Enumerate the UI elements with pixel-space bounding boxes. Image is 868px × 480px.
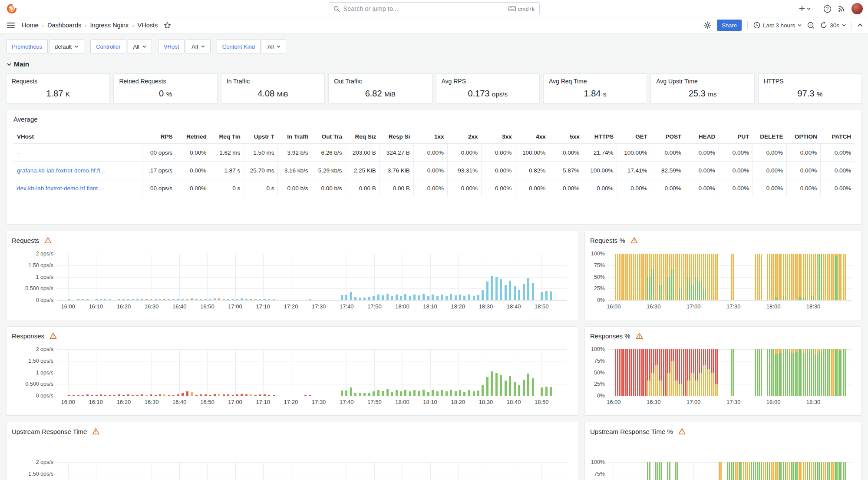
table-cell: 0.00% [447,144,481,162]
news-rss-icon[interactable] [838,5,845,13]
column-header-4xx[interactable]: 4xx [515,130,549,144]
column-header-upstr-t[interactable]: Upstr T [244,130,278,144]
warning-icon[interactable] [630,237,638,244]
zoom-out-icon[interactable] [807,22,815,29]
time-range-picker[interactable]: Last 3 hours [753,22,802,29]
data-bar [455,295,457,300]
search-input[interactable]: Search or jump to... cmd+k [329,2,540,15]
data-bar-segment [635,254,638,300]
breadcrumb-home[interactable]: Home [22,22,39,29]
column-header-patch[interactable]: PATCH [821,130,855,144]
column-header-5xx[interactable]: 5xx [549,130,583,144]
column-header-put[interactable]: PUT [719,130,752,144]
variable-vhost: VHostAll [158,40,211,53]
kiosk-mode-icon[interactable] [858,23,863,27]
data-bar [418,295,420,300]
column-header-1xx[interactable]: 1xx [413,130,447,144]
data-bar-segment [651,254,654,269]
user-avatar[interactable] [851,3,863,14]
menu-toggle-icon[interactable] [7,23,15,28]
refresh-picker[interactable]: 30s [820,22,846,29]
stat-title[interactable]: Retried Requests [119,78,211,85]
data-bar-segment [783,254,786,296]
data-bar [96,395,98,396]
variable-label[interactable]: Controller [90,40,126,53]
panel-title[interactable]: Average [13,116,855,123]
panel-title[interactable]: Requests [12,237,39,244]
data-bar-segment [799,254,802,297]
stat-title[interactable]: Avg Req Time [549,78,641,85]
vhost-link[interactable]: – [13,144,142,162]
data-bar [350,387,352,396]
panel-title[interactable]: Upstream Response Time [12,428,87,435]
warning-icon[interactable] [678,428,686,435]
warning-icon[interactable] [636,332,643,339]
add-menu-button[interactable] [799,5,811,12]
breadcrumb-dashboards[interactable]: Dashboards [47,22,81,29]
breadcrumb-dashboard-title[interactable]: VHosts [138,22,158,29]
data-bar-segment [799,462,802,480]
column-header-retried[interactable]: Retried [176,130,210,144]
data-bar [127,299,129,300]
section-row-main[interactable]: Main [7,60,862,68]
stat-title[interactable]: Out Traffic [334,78,426,85]
share-button[interactable]: Share [717,20,742,31]
y-axis-label: 1.50 ops/s [28,262,53,268]
variable-label[interactable]: VHost [158,40,185,53]
column-header-option[interactable]: OPTION [787,130,821,144]
variable-value-dropdown[interactable]: default [49,40,84,53]
column-header-delete[interactable]: DELETE [752,130,786,144]
column-header-head[interactable]: HEAD [685,130,719,144]
panel-title[interactable]: Responses [12,332,44,340]
variable-label[interactable]: Prometheus [6,40,48,53]
stat-title[interactable]: HTTPS [764,78,856,85]
x-axis-label: 16:10 [89,399,103,405]
data-bar [91,395,93,396]
column-header-3xx[interactable]: 3xx [482,130,515,144]
stat-title[interactable]: Avg Upstr Time [656,78,749,85]
stat-value: 25.3 ms [651,89,754,99]
column-header-vhost[interactable]: VHost [13,130,142,144]
column-header-in-traffi[interactable]: In Traffi [278,130,312,144]
column-header-2xx[interactable]: 2xx [447,130,481,144]
favorite-star-icon[interactable] [164,22,171,29]
panel-title[interactable]: Requests % [590,237,625,244]
data-bar-segment [631,254,634,300]
help-icon[interactable]: ? [823,5,832,13]
stat-title[interactable]: Avg RPS [442,78,534,85]
dashboard-settings-icon[interactable] [703,21,711,29]
data-bar [341,391,343,396]
column-header-get[interactable]: GET [617,130,651,144]
stat-title[interactable]: In Traffic [227,78,319,85]
warning-icon[interactable] [50,332,57,339]
vhost-link[interactable]: dex.kb-lab.foxtrot-demo.hf.flant.... [13,179,142,197]
column-header-out-tra[interactable]: Out Tra [312,130,346,144]
variable-value-dropdown[interactable]: All [128,40,152,53]
vhost-link[interactable]: grafana.kb-lab.foxtrot-demo.hf.fl... [13,162,142,179]
variable-label[interactable]: Content Kind [217,40,261,53]
x-axis-label: 18:00 [395,399,409,405]
column-header-rps[interactable]: RPS [142,130,176,144]
column-header-resp-si[interactable]: Resp Si [380,130,413,144]
data-bar-segment [743,462,746,480]
panel-title[interactable]: Upstream Response Time % [590,428,673,435]
panel-title[interactable]: Responses % [590,332,630,340]
stat-title[interactable]: Requests [12,78,104,85]
column-header-req-tin[interactable]: Req Tin [210,130,244,144]
warning-icon[interactable] [44,237,52,244]
column-header-https[interactable]: HTTPS [583,130,617,144]
grafana-logo[interactable] [6,3,17,14]
column-header-post[interactable]: POST [651,130,685,144]
warning-icon[interactable] [92,428,99,435]
variable-value-dropdown[interactable]: All [186,40,210,53]
y-axis-label: 0 ops/s [36,297,53,303]
data-bar [150,394,152,396]
data-bar-segment [719,462,722,480]
column-header-req-siz[interactable]: Req Siz [346,130,380,144]
x-axis-label: 16:00 [61,399,75,405]
data-bar-segment [811,254,814,296]
variable-value-dropdown[interactable]: All [262,40,286,53]
data-bar [477,295,479,300]
data-bar [132,395,134,396]
breadcrumb-folder[interactable]: Ingress Nginx [90,22,129,29]
